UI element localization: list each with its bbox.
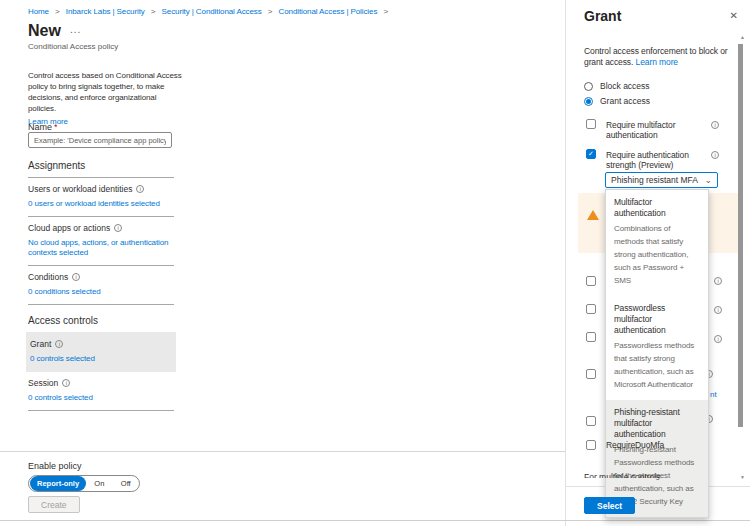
breadcrumb-policies[interactable]: Conditional Access | Policies (279, 7, 378, 16)
auth-strength-menu: Multifactor authentication Combinations … (605, 189, 709, 518)
page-description: Control access based on Conditional Acce… (28, 70, 186, 127)
info-icon: i (114, 224, 122, 232)
footer-divider (0, 451, 565, 452)
scroll-down-icon[interactable]: ▼ (740, 474, 745, 480)
users-row: Users or workload identities i 0 users o… (28, 178, 174, 217)
conditions-row: Conditions i 0 conditions selected (28, 266, 174, 305)
info-icon: i (711, 151, 719, 159)
option-title: Multifactor authentication (614, 197, 700, 219)
breadcrumb-home[interactable]: Home (28, 7, 49, 16)
policy-name-input[interactable] (28, 132, 172, 148)
option-description: Combinations of methods that satisfy str… (614, 222, 700, 287)
grant-access-radio-row[interactable]: Grant access (584, 96, 650, 106)
radio-selected-icon[interactable] (584, 97, 593, 106)
required-asterisk: * (54, 122, 58, 132)
grant-selected-link[interactable]: 0 controls selected (30, 354, 172, 364)
obscured-checkbox[interactable] (586, 276, 596, 286)
block-access-label: Block access (600, 81, 650, 91)
toggle-report-only[interactable]: Report-only (30, 476, 86, 491)
option-description: Passwordless methods that satisfy strong… (614, 339, 700, 391)
conditions-label-text: Conditions (28, 272, 68, 282)
name-field-label: Name* (28, 122, 58, 132)
auth-strength-dropdown[interactable]: Phishing resistant MFA ⌄ (605, 172, 718, 188)
context-menu-button[interactable]: ... (70, 24, 81, 35)
breadcrumb-conditional-access[interactable]: Security | Conditional Access (162, 7, 262, 16)
cloud-apps-row-label: Cloud apps or actions i (28, 223, 174, 233)
breadcrumb-security[interactable]: Inbarck Labs | Security (66, 7, 145, 16)
obscured-checkbox[interactable] (586, 332, 596, 342)
grant-row-label: Grant i (30, 339, 172, 349)
scrollbar-thumb[interactable] (738, 44, 743, 427)
assignments-header: Assignments (28, 156, 174, 178)
conditional-access-page: Home > Inbarck Labs | Security > Securit… (0, 0, 750, 526)
info-icon: i (136, 185, 144, 193)
menu-option-multifactor[interactable]: Multifactor authentication Combinations … (606, 190, 708, 296)
page-bottom-border (0, 520, 750, 521)
panel-learn-more-link[interactable]: Learn more (636, 57, 678, 67)
option-title: Phishing-resistant multifactor authentic… (614, 407, 700, 440)
obscured-link-fragment: nt (710, 390, 717, 399)
require-auth-strength-checkbox[interactable]: ✓ (586, 149, 596, 159)
grant-label-text: Grant (30, 339, 51, 349)
breadcrumb-separator: > (55, 7, 60, 16)
info-icon: i (55, 340, 63, 348)
require-duo-mfa-label: RequireDuoMfa (606, 440, 664, 450)
warning-icon (587, 210, 599, 220)
cloud-apps-label-text: Cloud apps or actions (28, 223, 110, 233)
obscured-checkbox[interactable] (586, 416, 596, 426)
breadcrumb-separator: > (383, 7, 388, 16)
obscured-checkbox[interactable] (586, 369, 596, 379)
info-icon: i (62, 379, 70, 387)
info-icon: i (711, 121, 719, 129)
panel-intro: Control access enforcement to block or g… (584, 46, 736, 68)
session-label-text: Session (28, 378, 58, 388)
toggle-on[interactable]: On (86, 479, 112, 488)
info-icon: i (714, 306, 722, 314)
session-selected-link[interactable]: 0 controls selected (28, 393, 174, 403)
conditions-row-label: Conditions i (28, 272, 174, 282)
enable-policy-toggle[interactable]: Report-only On Off (28, 475, 140, 492)
breadcrumb-separator: > (268, 7, 273, 16)
require-mfa-checkbox[interactable] (586, 119, 596, 129)
info-icon: i (72, 273, 80, 281)
create-button[interactable]: Create (28, 496, 80, 513)
breadcrumb-separator: > (151, 7, 156, 16)
users-label-text: Users or workload identities (28, 184, 132, 194)
checked-checkbox-icon[interactable]: ✓ (586, 149, 596, 159)
obscured-checkbox[interactable] (586, 304, 596, 314)
enable-policy-label: Enable policy (28, 461, 82, 471)
require-duo-mfa-row[interactable]: RequireDuoMfa (586, 440, 664, 450)
main-content: Home > Inbarck Labs | Security > Securit… (0, 0, 565, 526)
users-row-label: Users or workload identities i (28, 184, 174, 194)
name-label-text: Name (28, 122, 52, 132)
access-controls-header: Access controls (28, 305, 174, 332)
menu-option-passwordless[interactable]: Passwordless multifactor authentication … (606, 296, 708, 400)
select-button[interactable]: Select (584, 497, 635, 514)
cloud-apps-row: Cloud apps or actions i No cloud apps, a… (28, 217, 174, 266)
radio-unselected-icon[interactable] (584, 82, 593, 91)
clipped-section-label: For multiple controls (584, 472, 714, 478)
option-title: Passwordless multifactor authentication (614, 303, 700, 336)
policy-form: Assignments Users or workload identities… (28, 156, 174, 411)
require-mfa-label: Require multifactor authentication (606, 120, 706, 140)
require-auth-strength-label: Require authentication strength (Preview… (606, 150, 706, 170)
require-duo-mfa-checkbox[interactable] (586, 440, 596, 450)
scroll-up-icon[interactable]: ▲ (740, 34, 745, 40)
conditions-selected-link[interactable]: 0 conditions selected (28, 287, 174, 297)
page-title: New (28, 22, 61, 40)
close-icon[interactable]: ✕ (730, 10, 738, 21)
grant-panel: Grant ✕ Control access enforcement to bl… (565, 0, 750, 526)
cloud-apps-selected-link[interactable]: No cloud apps, actions, or authenticatio… (28, 238, 174, 258)
breadcrumb: Home > Inbarck Labs | Security > Securit… (28, 7, 392, 16)
users-selected-link[interactable]: 0 users or workload identities selected (28, 199, 174, 209)
session-row: Session i 0 controls selected (28, 372, 174, 411)
panel-title: Grant (584, 8, 621, 24)
grant-access-label: Grant access (600, 96, 650, 106)
info-icon: i (714, 335, 722, 343)
block-access-radio-row[interactable]: Block access (584, 81, 650, 91)
page-subtitle: Conditional Access policy (28, 42, 118, 51)
toggle-off[interactable]: Off (113, 479, 139, 488)
info-icon: i (714, 277, 722, 285)
chevron-down-icon: ⌄ (704, 176, 712, 184)
grant-row[interactable]: Grant i 0 controls selected (26, 332, 176, 372)
